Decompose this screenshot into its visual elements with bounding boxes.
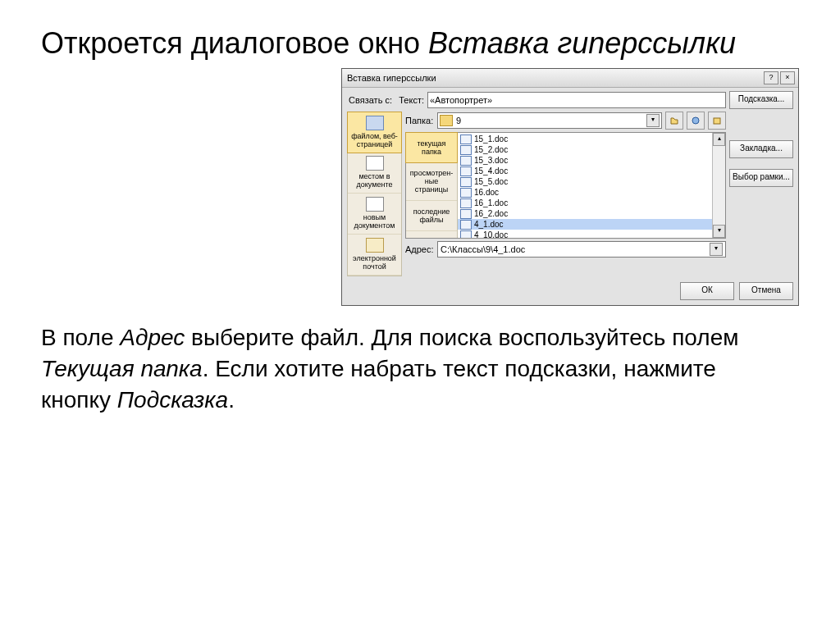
file-row[interactable]: 15_1.doc — [458, 134, 725, 144]
file-name: 15_3.doc — [474, 156, 508, 165]
target-frame-button[interactable]: Выбор рамки... — [729, 169, 793, 187]
linkto-email[interactable]: электронной почтой — [348, 235, 401, 276]
file-row[interactable]: 16_2.doc — [458, 208, 725, 219]
file-name: 4_10.doc — [474, 230, 508, 238]
word-doc-icon — [460, 156, 472, 166]
address-value: C:\Классы\9\4_1.doc — [441, 244, 525, 254]
file-name: 15_2.doc — [474, 145, 508, 154]
chevron-down-icon[interactable]: ▾ — [646, 114, 660, 127]
cancel-button[interactable]: Отмена — [739, 282, 793, 300]
browse-tabs: текущая папка просмотрен-ные страницы по… — [406, 133, 458, 238]
tab-recent-files[interactable]: последние файлы — [406, 201, 457, 231]
new-doc-icon — [366, 197, 384, 212]
globe-icon — [366, 116, 384, 130]
file-row[interactable]: 4_10.doc — [458, 230, 725, 238]
word-doc-icon — [460, 134, 472, 144]
file-name: 4_1.doc — [474, 220, 504, 229]
word-doc-icon — [460, 166, 472, 176]
instruction-paragraph: В поле Адрес выберите файл. Для поиска в… — [41, 322, 799, 415]
file-scrollbar[interactable]: ▴ ▾ — [712, 133, 725, 238]
text-label: Текст: — [395, 95, 424, 105]
word-doc-icon — [460, 188, 472, 198]
tab-browsed-pages[interactable]: просмотрен-ные страницы — [406, 162, 457, 201]
bookmark-icon — [366, 156, 384, 171]
browse-web-button[interactable] — [687, 112, 705, 130]
file-row[interactable]: 15_5.doc — [458, 176, 725, 187]
word-doc-icon — [460, 209, 472, 219]
word-doc-icon — [460, 145, 472, 155]
linkto-new-doc[interactable]: новым документом — [348, 194, 401, 235]
scroll-up-button[interactable]: ▴ — [713, 133, 725, 146]
heading-italic: Вставка гиперссылки — [428, 26, 736, 60]
folder-combo[interactable]: 9 ▾ — [437, 112, 662, 129]
file-row[interactable]: 4_1.doc — [458, 219, 725, 230]
link-to-panel: файлом, веб-страницей местом в документе… — [347, 112, 402, 276]
dialog-titlebar: Вставка гиперссылки ? × — [342, 69, 798, 88]
folder-label: Папка: — [405, 116, 434, 125]
svg-point-0 — [692, 117, 699, 124]
word-doc-icon — [460, 220, 472, 230]
link-to-label: Связать с: — [347, 95, 392, 105]
tab-current-folder[interactable]: текущая папка — [405, 132, 458, 163]
word-doc-icon — [460, 177, 472, 187]
linkto-file-web[interactable]: файлом, веб-страницей — [347, 112, 402, 153]
browse-file-button[interactable] — [708, 112, 726, 130]
text-value: «Автопортрет» — [430, 95, 492, 105]
linkto-place-in-doc[interactable]: местом в документе — [348, 153, 401, 194]
tooltip-button[interactable]: Подсказка... — [729, 91, 793, 109]
file-name: 15_1.doc — [474, 134, 508, 144]
chevron-down-icon[interactable]: ▾ — [710, 243, 723, 256]
file-name: 16.doc — [474, 188, 499, 197]
folder-value: 9 — [456, 116, 461, 125]
word-doc-icon — [460, 230, 472, 239]
address-input[interactable]: C:\Классы\9\4_1.doc ▾ — [437, 241, 726, 258]
file-name: 16_2.doc — [474, 209, 508, 218]
mail-icon — [366, 238, 384, 253]
up-folder-button[interactable] — [665, 112, 683, 130]
ok-button[interactable]: ОК — [680, 282, 734, 300]
file-row[interactable]: 16.doc — [458, 187, 725, 198]
help-button[interactable]: ? — [764, 71, 778, 84]
address-label: Адрес: — [405, 244, 434, 254]
close-button[interactable]: × — [780, 71, 795, 84]
file-row[interactable]: 15_3.doc — [458, 155, 725, 166]
word-doc-icon — [460, 198, 472, 208]
file-name: 15_4.doc — [474, 166, 508, 175]
heading-prefix: Откроется диалоговое окно — [41, 26, 428, 60]
file-name: 15_5.doc — [474, 177, 508, 186]
svg-rect-1 — [714, 118, 720, 124]
file-list[interactable]: 15_1.doc15_2.doc15_3.doc15_4.doc15_5.doc… — [458, 133, 725, 238]
file-row[interactable]: 16_1.doc — [458, 198, 725, 208]
text-input[interactable]: «Автопортрет» — [427, 92, 726, 108]
bookmark-button[interactable]: Закладка... — [729, 140, 793, 158]
file-row[interactable]: 15_2.doc — [458, 144, 725, 155]
file-name: 16_1.doc — [474, 198, 508, 207]
folder-icon — [440, 115, 453, 126]
scroll-down-button[interactable]: ▾ — [713, 225, 725, 238]
dialog-title: Вставка гиперссылки — [347, 73, 436, 83]
slide-heading: Откроется диалоговое окно Вставка гиперс… — [41, 25, 799, 62]
hyperlink-dialog: Вставка гиперссылки ? × Связать с: Текст… — [341, 68, 799, 306]
file-row[interactable]: 15_4.doc — [458, 166, 725, 176]
